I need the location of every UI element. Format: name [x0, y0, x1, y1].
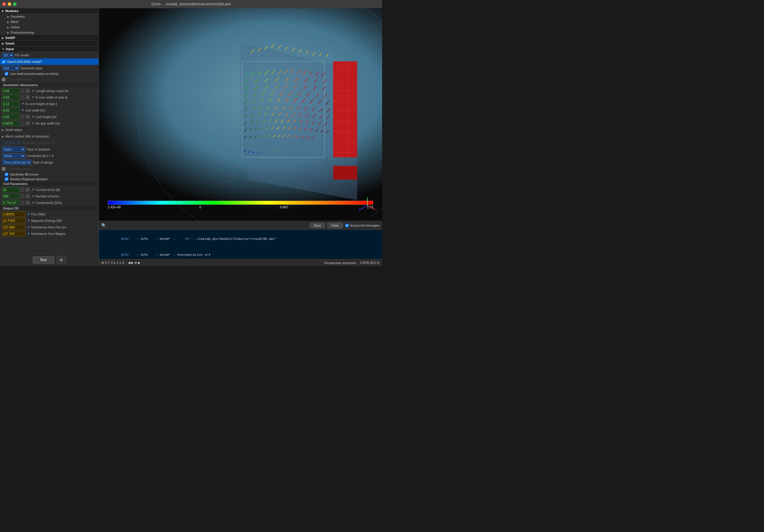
gauge-select[interactable]: Tree-cotree gauge — [2, 160, 31, 165]
autoscroll-checkbox[interactable] — [345, 224, 349, 227]
status-controls: ◀ ▶ ⊕ ▶ — [128, 261, 140, 265]
gmsh-header[interactable]: Gmsh — [0, 41, 98, 46]
z-axis-label: Z — [358, 208, 360, 211]
dim-input-3[interactable] — [2, 108, 20, 113]
dim-reset-0[interactable]: : — [21, 88, 24, 93]
dim-chart-1[interactable]: ↗ — [31, 95, 35, 99]
coil-chart-0[interactable]: ↗ — [31, 188, 35, 192]
coil-chart-1[interactable]: ↗ — [31, 194, 35, 198]
window-title: Gmsh - ../onelab_doc/models/Inductor/res… — [151, 2, 231, 6]
save-button[interactable]: Save — [310, 223, 325, 228]
log-line-1: Info : Info : GetDP - PostOperation 4/4 — [101, 247, 380, 259]
dim-chart-5[interactable]: ↗ — [31, 121, 35, 125]
colorbar-labels: 2.42e-49 0 0.867 1.73 — [108, 205, 373, 209]
coil-chart-2[interactable]: ↗ — [31, 200, 35, 205]
gauge-type-label: Type of gauge — [33, 161, 97, 164]
svg-line-196 — [367, 205, 375, 210]
mesh-control-row: ▶ Mesh control (Nbr of divisions) — [0, 133, 98, 140]
coil-reset-2[interactable]: : — [21, 200, 24, 205]
coil-cycle-1[interactable]: ↺ — [25, 194, 30, 199]
output-label-3: Inductance from Magne — [31, 232, 97, 235]
clear-button[interactable]: Clear — [327, 223, 343, 228]
gauge-row: Tree-cotree gauge Type of gauge — [0, 159, 98, 166]
dim-label-0: Length along z-axis [m — [36, 89, 97, 93]
minimize-button[interactable] — [8, 2, 11, 6]
coil-reset-0[interactable]: : — [21, 188, 24, 192]
coil-reset-1[interactable]: : — [21, 194, 24, 199]
dim-cycle-1[interactable]: ↺ — [25, 95, 30, 100]
dim-input-2[interactable] — [2, 101, 20, 106]
symmetry-type-label: Symmetry type — [21, 66, 97, 70]
dim-label-4: Coil height [m] — [36, 115, 97, 119]
bc-row: On layer Boundary condition at i — [0, 140, 98, 146]
dim-row-4: : ↺ ↗ Coil height [m] — [0, 114, 98, 120]
left-panel: Modules ▶ Geometry ▶ Mesh ▶ Solver ▶ Pos… — [0, 8, 99, 266]
dim-reset-5[interactable]: : — [21, 121, 24, 126]
dim-cycle-4[interactable]: ↺ — [25, 114, 30, 119]
output-chart-1[interactable]: ↗ — [27, 219, 30, 223]
fe-model-select[interactable]: 3D — [2, 53, 14, 58]
close-button[interactable] — [2, 2, 6, 6]
titlebar: Gmsh - ../onelab_doc/models/Inductor/res… — [0, 0, 382, 8]
dim-chart-0[interactable]: ↗ — [31, 89, 35, 93]
run-button[interactable]: Run — [33, 256, 54, 263]
constraint-div-label: Constraint div j = 0 — [27, 154, 97, 158]
sidebar-item-mesh[interactable]: ▶ Mesh — [0, 19, 98, 25]
static-select[interactable]: Static — [2, 147, 25, 152]
dim-reset-1[interactable]: : — [21, 95, 24, 100]
output-chart-0[interactable]: ↗ — [27, 212, 30, 216]
output-input-2 — [2, 224, 25, 230]
modules-arrow — [2, 9, 4, 13]
maximize-button[interactable] — [13, 2, 17, 6]
use-shell-checkbox[interactable] — [5, 72, 8, 75]
modules-header[interactable]: Modules — [0, 8, 98, 14]
gmsh-arrow — [2, 42, 4, 45]
input-label: Input — [6, 47, 14, 51]
dim-input-0[interactable] — [2, 88, 20, 93]
core-air-gap-label: Core with air gap — [7, 77, 97, 81]
sidebar-item-geometry[interactable]: ▶ Geometry — [0, 14, 98, 19]
dim-reset-4[interactable]: : — [21, 114, 24, 119]
newton-checkbox[interactable] — [5, 177, 8, 181]
coil-cycle-0[interactable]: ↺ — [25, 188, 30, 192]
output-chart-3[interactable]: ↗ — [27, 232, 30, 236]
sidebar-item-postprocessing[interactable]: ▶ Post-processing — [0, 30, 98, 35]
output-input-0 — [2, 211, 25, 217]
opencascade-checkbox[interactable] — [2, 60, 6, 64]
output-chart-2[interactable]: ↗ — [27, 225, 30, 229]
coil-input-2[interactable] — [2, 200, 20, 205]
nonlinear-bh-label: Nonlinear BH-curve — [10, 173, 38, 176]
nonlinear-bh-checkbox[interactable] — [5, 173, 8, 176]
input-arrow — [2, 48, 5, 51]
mesh-label: Mesh — [11, 20, 19, 24]
sidebar-item-solver[interactable]: ▶ Solver — [0, 25, 98, 30]
coil-input-1[interactable] — [2, 194, 20, 199]
dim-cycle-5[interactable]: ↺ — [25, 121, 30, 126]
wave-row: Wave Constraint div j = 0 — [0, 153, 98, 159]
dim-input-5[interactable] — [2, 121, 20, 126]
dim-cycle-0[interactable]: ↺ — [25, 88, 30, 93]
output-3d-header: Output 3D — [0, 206, 98, 211]
autoscroll-label: Autoscroll messages — [345, 224, 380, 227]
dim-chart-2[interactable]: ↗ — [21, 102, 24, 106]
use-shell-row: Use shell transformation to infinity — [0, 71, 98, 76]
opencascade-row[interactable]: OpenCASCADE model? — [0, 59, 98, 65]
dim-input-4[interactable] — [2, 114, 20, 119]
getdp-header[interactable]: GetDP — [0, 35, 98, 41]
axes-indicator: X Y Z — [358, 197, 376, 215]
gear-button[interactable]: ⚙ — [57, 256, 66, 264]
viewport[interactable]: 2.42e-49 0 0.867 1.73 X Y Z — [99, 8, 382, 221]
dim-label-1: E-core width of side le — [36, 96, 97, 99]
dim-chart-3[interactable]: ↗ — [21, 108, 24, 112]
coil-params-header: Coil Parameters — [0, 182, 98, 187]
dim-chart-4[interactable]: ↗ — [31, 115, 35, 119]
coil-input-0[interactable] — [2, 187, 20, 193]
wave-select[interactable]: Wave — [2, 153, 25, 159]
type-select[interactable]: Full — [2, 66, 20, 71]
shell-radius-label: Shell radius — [5, 128, 97, 132]
dim-input-1[interactable] — [2, 95, 20, 100]
coil-cycle-2[interactable]: ↺ — [25, 200, 30, 205]
input-header[interactable]: Input — [0, 46, 98, 52]
run-area: Run ⚙ — [0, 253, 98, 266]
status-csdn: CSDN @云云 — [360, 261, 380, 265]
